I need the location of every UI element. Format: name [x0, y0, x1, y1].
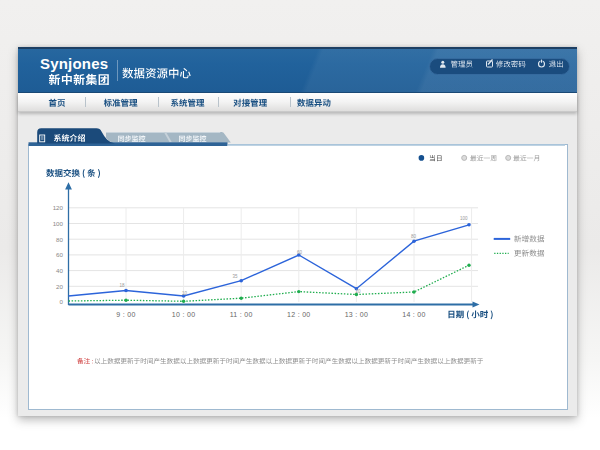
svg-text:10: 10 [182, 291, 188, 296]
svg-text:80: 80 [411, 234, 417, 239]
svg-text:20: 20 [56, 283, 63, 290]
svg-text:9 : 00: 9 : 00 [116, 311, 135, 318]
svg-text:100: 100 [53, 220, 64, 227]
svg-text:0: 0 [60, 298, 64, 305]
svg-text:14 : 00: 14 : 00 [402, 311, 426, 318]
svg-text:100: 100 [460, 216, 468, 221]
svg-text:40: 40 [56, 267, 63, 274]
svg-text:60: 60 [297, 250, 303, 255]
svg-text:12 : 00: 12 : 00 [287, 311, 311, 318]
svg-text:60: 60 [56, 251, 63, 258]
svg-text:18: 18 [120, 283, 126, 288]
svg-text:11 : 00: 11 : 00 [230, 311, 253, 318]
svg-text:20: 20 [356, 289, 362, 294]
svg-text:35: 35 [233, 274, 239, 279]
svg-text:10 : 00: 10 : 00 [172, 311, 196, 318]
svg-text:120: 120 [53, 204, 64, 211]
svg-text:80: 80 [56, 236, 63, 243]
svg-text:13 : 00: 13 : 00 [345, 311, 369, 318]
